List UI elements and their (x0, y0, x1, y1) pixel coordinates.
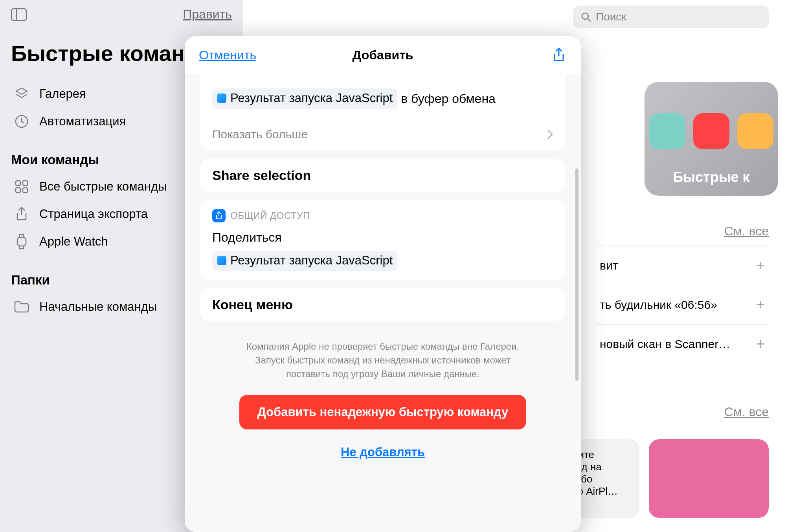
add-shortcut-modal: Отменить Добавить Результат запуска Java… (185, 36, 581, 532)
section-header-card: Share selection (200, 159, 565, 192)
watch-icon (13, 233, 30, 250)
svg-line-9 (588, 18, 590, 21)
sidebar-item-label: Страница экспорта (39, 207, 148, 221)
plus-icon[interactable]: + (756, 257, 765, 274)
sidebar-item-label: Начальные команды (39, 300, 157, 314)
list-row[interactable]: новый скан в Scanner…+ (596, 324, 769, 363)
safari-icon (217, 94, 226, 103)
svg-rect-0 (11, 9, 26, 20)
pill-label: Результат запуска JavaScript (230, 89, 393, 108)
folder-icon (13, 299, 30, 315)
end-menu-card: Конец меню (200, 288, 565, 321)
card-title: Быстрые к (673, 169, 749, 185)
show-more-row[interactable]: Показать больше (200, 118, 565, 150)
card-icon (737, 113, 773, 149)
list-row-label: ть будильник «06:56» (600, 298, 717, 312)
pill-label: Результат запуска JavaScript (230, 251, 393, 270)
card-icon (693, 113, 729, 149)
share-icon (13, 206, 30, 222)
svg-rect-6 (23, 188, 28, 193)
svg-rect-4 (23, 181, 28, 185)
list-row[interactable]: ть будильник «06:56»+ (596, 285, 769, 324)
share-action-card: ОБЩИЙ ДОСТУП Поделиться Результат запуск… (200, 200, 565, 280)
plus-icon[interactable]: + (756, 336, 765, 352)
search-input[interactable]: Поиск (573, 6, 769, 28)
sidebar-toggle-icon[interactable] (11, 7, 27, 22)
see-all-link[interactable]: См. все (596, 224, 769, 238)
sidebar-item-label: Галерея (39, 87, 86, 101)
grid-icon (13, 178, 30, 195)
list-row-label: новый скан в Scanner… (600, 338, 730, 351)
svg-rect-7 (17, 237, 26, 246)
cancel-button[interactable]: Отменить (199, 48, 256, 62)
clock-icon (13, 113, 30, 130)
action-card: Результат запуска JavaScript в буфер обм… (200, 74, 565, 150)
end-menu-title: Конец меню (212, 297, 553, 312)
chevron-right-icon (547, 129, 553, 139)
sidebar-item-label: Apple Watch (39, 235, 108, 249)
layers-icon (13, 86, 30, 102)
sidebar-item-label: Все быстрые команды (39, 180, 167, 194)
card-icon (649, 113, 685, 149)
svg-rect-3 (16, 181, 20, 185)
share-button[interactable] (551, 47, 567, 63)
show-more-label: Показать больше (212, 128, 308, 141)
svg-rect-5 (16, 188, 20, 193)
section-title: Share selection (212, 168, 553, 183)
action-pill[interactable]: Результат запуска JavaScript (212, 88, 397, 109)
list-row-label: вит (600, 259, 618, 272)
plus-icon[interactable]: + (756, 296, 765, 313)
shortcut-tile[interactable] (649, 439, 769, 518)
search-icon (581, 12, 591, 22)
share-mini-icon (212, 209, 226, 222)
share-action-title: Поделиться (212, 228, 553, 247)
see-all-link[interactable]: См. все (596, 405, 769, 419)
safari-icon (217, 256, 226, 265)
action-suffix: в буфер обмена (397, 92, 496, 106)
share-category-label: ОБЩИЙ ДОСТУП (230, 210, 310, 221)
warning-text: Компания Apple не проверяет быстрые кома… (245, 340, 520, 381)
promo-card[interactable]: Быстрые к (645, 82, 778, 196)
list-row[interactable]: вит+ (596, 246, 769, 285)
search-placeholder: Поиск (596, 11, 626, 23)
scrollbar[interactable] (575, 169, 578, 381)
edit-button[interactable]: Править (183, 7, 232, 22)
add-untrusted-button[interactable]: Добавить ненадежную быструю команду (239, 395, 527, 429)
sidebar-item-label: Автоматизация (39, 114, 126, 128)
action-pill[interactable]: Результат запуска JavaScript (212, 251, 397, 272)
dont-add-link[interactable]: Не добавлять (200, 445, 565, 459)
